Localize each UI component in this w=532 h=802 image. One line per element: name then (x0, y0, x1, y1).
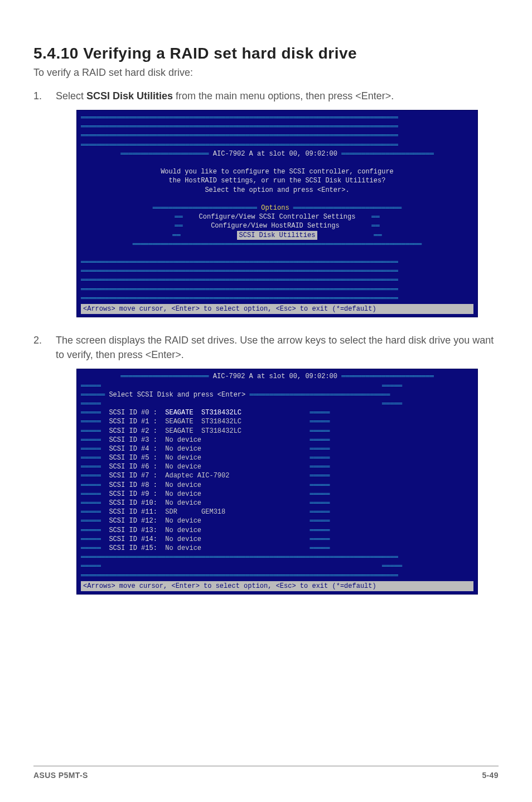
step-1: Select SCSI Disk Utilities from the main… (33, 89, 499, 317)
bios1-deco5: ════════════════════════════════════════… (81, 267, 473, 276)
bios2-device-row[interactable]: ═════ SCSI ID #2 : SEAGATE ST318432LC ══… (81, 427, 473, 436)
bios1-option-0-label: Configure/View SCSI Controller Settings (199, 213, 356, 221)
bios1-blank2 (81, 195, 473, 204)
bios2-device-row[interactable]: ═════ SCSI ID #6 : No device ═════ (81, 462, 473, 471)
bios2-device-row[interactable]: ═════ SCSI ID #8 : No device ═════ (81, 481, 473, 490)
bios1-option-2[interactable]: ══ SCSI Disk Utilities ══ (81, 231, 473, 240)
section-heading: 5.4.10 Verifying a RAID set hard disk dr… (33, 45, 499, 62)
intro-text: To verify a RAID set hard disk drive: (33, 67, 499, 79)
bios2-subtitle: Select SCSI Disk and press <Enter> (109, 391, 245, 399)
bios2-device-row[interactable]: ═════ SCSI ID #9 : No device ═════ (81, 490, 473, 499)
bios-screenshot-2: ══════════════════════ AIC-7902 A at slo… (76, 369, 478, 595)
bios2-deco-bottom1: ════════════════════════════════════════… (81, 553, 473, 562)
bios2-device-row[interactable]: ═════ SCSI ID #5 : No device ═════ (81, 453, 473, 462)
step-1-post: from the main menu options, then press <… (173, 90, 394, 102)
bios1-title: AIC-7902 A at slot 00, 09:02:00 (213, 150, 337, 158)
bios-screenshot-1: ════════════════════════════════════════… (76, 110, 478, 317)
bios1-border-top: ════════════════════════════════════════… (81, 113, 473, 122)
bios2-device-row[interactable]: ═════ SCSI ID #12: No device ═════ (81, 516, 473, 525)
bios2-blank: ═════ ═════ (81, 399, 473, 408)
bios2-device-row[interactable]: ═════ SCSI ID #7 : Adaptec AIC-7902 ════… (81, 471, 473, 480)
bios2-device-row[interactable]: ═════ SCSI ID #3 : No device ═════ (81, 436, 473, 445)
scsi-disk-utilities-label: SCSI Disk Utilities (86, 90, 173, 102)
bios1-prompt-1: Would you like to configure the SCSI con… (81, 167, 473, 176)
bios1-options-header: Options (261, 204, 289, 212)
bios1-options-bottom: ════════════════════════════════════════… (81, 240, 473, 249)
bios1-option-0[interactable]: ══ Configure/View SCSI Controller Settin… (81, 212, 473, 221)
bios2-device-row[interactable]: ═════ SCSI ID #15: No device ═════ (81, 544, 473, 553)
page-footer: ASUS P5MT-S 5-49 (33, 766, 499, 780)
bios1-deco6: ════════════════════════════════════════… (81, 276, 473, 284)
step-2-text: The screen displays the RAID set drives.… (56, 335, 494, 360)
bios1-deco7: ════════════════════════════════════════… (81, 285, 473, 294)
bios2-deco-bottom3: ════════════════════════════════════════… (81, 571, 473, 580)
bios1-prompt-3: Select the option and press <Enter>. (81, 186, 473, 195)
bios1-footer: <Arrows> move cursor, <Enter> to select … (81, 304, 473, 314)
step-1-pre: Select (56, 90, 86, 102)
bios2-subtitle-row: ═════ ═════ (81, 381, 473, 390)
bios2-device-row[interactable]: ═════ SCSI ID #11: SDR GEM318 ═════ (81, 508, 473, 516)
step-2: The screen displays the RAID set drives.… (33, 333, 499, 595)
bios1-deco: ════════════════════════════════════════… (81, 122, 473, 131)
bios2-subtitle-row2: ══════ Select SCSI Disk and press <Enter… (81, 390, 473, 399)
bios2-title-row: ══════════════════════ AIC-7902 A at slo… (81, 372, 473, 381)
bios2-device-row[interactable]: ═════ SCSI ID #13: No device ═════ (81, 526, 473, 535)
bios2-device-row[interactable]: ═════ SCSI ID #1 : SEAGATE ST318432LC ══… (81, 417, 473, 426)
page-footer-left: ASUS P5MT-S (33, 771, 88, 780)
bios1-option-2-label: SCSI Disk Utilities (237, 231, 318, 240)
bios2-footer: <Arrows> move cursor, <Enter> to select … (81, 581, 473, 591)
bios1-deco3: ════════════════════════════════════════… (81, 141, 473, 149)
bios1-deco4: ════════════════════════════════════════… (81, 258, 473, 267)
bios2-title: AIC-7902 A at slot 00, 09:02:00 (213, 373, 337, 380)
bios2-deco-bottom2: ═════ ═════ (81, 562, 473, 571)
bios2-device-row[interactable]: ═════ SCSI ID #4 : No device ═════ (81, 445, 473, 453)
bios2-device-row[interactable]: ═════ SCSI ID #14: No device ═════ (81, 535, 473, 544)
bios1-option-1-label: Configure/View HostRAID Settings (211, 222, 339, 230)
bios2-device-row[interactable]: ═════ SCSI ID #10: No device ═════ (81, 499, 473, 508)
page-footer-right: 5-49 (482, 771, 499, 780)
bios2-device-row[interactable]: ═════ SCSI ID #0 : SEAGATE ST318432LC ══… (81, 408, 473, 417)
bios1-options-header-row: ══════════════════════════ Options ═════… (81, 204, 473, 212)
bios1-deco8: ════════════════════════════════════════… (81, 294, 473, 303)
bios1-option-1[interactable]: ══ Configure/View HostRAID Settings ══ (81, 221, 473, 230)
bios1-blank3 (81, 249, 473, 258)
bios1-prompt-2: the HostRAID settings, or run the SCSI D… (81, 176, 473, 185)
bios2-device-list: ═════ SCSI ID #0 : SEAGATE ST318432LC ══… (81, 408, 473, 553)
bios1-blank1 (81, 158, 473, 167)
bios1-deco2: ════════════════════════════════════════… (81, 131, 473, 140)
bios1-title-row: ══════════════════════ AIC-7902 A at slo… (81, 149, 473, 158)
